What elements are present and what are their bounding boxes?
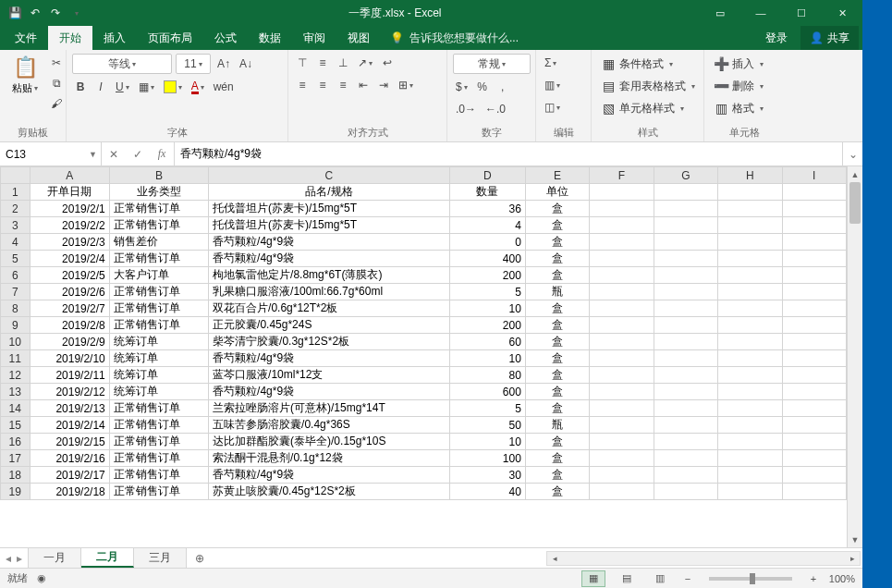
cell[interactable]: 统筹订单 bbox=[109, 367, 208, 384]
cell[interactable] bbox=[590, 284, 654, 300]
cell[interactable] bbox=[782, 284, 846, 300]
cell[interactable]: 香芍颗粒/4g*9袋 bbox=[209, 234, 450, 251]
cell[interactable]: 5 bbox=[449, 284, 525, 300]
row-header[interactable]: 3 bbox=[1, 217, 31, 234]
tab-home[interactable]: 开始 bbox=[48, 26, 92, 50]
tab-formulas[interactable]: 公式 bbox=[203, 26, 248, 50]
cell[interactable]: 2019/2/2 bbox=[30, 217, 109, 234]
decrease-font-button[interactable]: A↓ bbox=[237, 55, 255, 73]
cell[interactable]: 香芍颗粒/4g*9袋 bbox=[209, 251, 450, 267]
enter-formula-button[interactable]: ✓ bbox=[126, 148, 150, 161]
phonetic-button[interactable]: wén bbox=[211, 78, 237, 96]
cell[interactable]: 香芍颗粒/4g*9袋 bbox=[209, 467, 450, 484]
cell[interactable]: 正常销售订单 bbox=[109, 251, 208, 267]
cell[interactable] bbox=[590, 467, 654, 484]
cell[interactable]: 10 bbox=[449, 434, 525, 450]
cell[interactable]: 香芍颗粒/4g*9袋 bbox=[209, 350, 450, 367]
spreadsheet-grid[interactable]: A B C D E F G H I 1开单日期业务类型品名/规格数量单位2201… bbox=[0, 166, 847, 547]
decrease-decimal-button[interactable]: ←.0 bbox=[483, 100, 508, 118]
col-header[interactable]: I bbox=[782, 167, 846, 184]
cell[interactable] bbox=[782, 251, 846, 267]
cell[interactable] bbox=[590, 234, 654, 251]
undo-icon[interactable]: ↶ bbox=[28, 6, 43, 20]
cell[interactable]: 80 bbox=[449, 367, 525, 384]
align-left-button[interactable]: ≡ bbox=[294, 76, 311, 94]
cell[interactable] bbox=[782, 434, 846, 450]
cell[interactable]: 统筹订单 bbox=[109, 384, 208, 400]
cancel-formula-button[interactable]: ✕ bbox=[102, 148, 126, 161]
autosum-button[interactable]: Σ bbox=[542, 54, 559, 72]
cell[interactable] bbox=[654, 334, 717, 350]
align-right-button[interactable]: ≡ bbox=[335, 76, 351, 94]
sheet-tab-feb[interactable]: 二月 bbox=[81, 548, 134, 568]
cell[interactable]: 2019/2/7 bbox=[30, 300, 109, 317]
cell[interactable] bbox=[590, 334, 654, 350]
cell[interactable]: 2019/2/3 bbox=[30, 234, 109, 251]
cell[interactable]: 枸地氯雷他定片/8.8mg*6T(薄膜衣) bbox=[209, 267, 450, 284]
cell[interactable] bbox=[590, 267, 654, 284]
col-header[interactable]: A bbox=[30, 167, 109, 184]
cell[interactable]: 正常销售订单 bbox=[109, 400, 208, 417]
cell[interactable] bbox=[718, 267, 782, 284]
cell[interactable]: 200 bbox=[449, 267, 525, 284]
cell[interactable] bbox=[590, 367, 654, 384]
cell[interactable] bbox=[590, 450, 654, 467]
cell[interactable]: 正常销售订单 bbox=[109, 484, 208, 500]
cell[interactable] bbox=[782, 467, 846, 484]
cell[interactable]: 5 bbox=[449, 400, 525, 417]
col-header[interactable]: G bbox=[654, 167, 717, 184]
cell[interactable] bbox=[782, 201, 846, 217]
cell[interactable]: 正常销售订单 bbox=[109, 434, 208, 450]
cell[interactable] bbox=[782, 317, 846, 334]
cell[interactable] bbox=[782, 484, 846, 500]
row-header[interactable]: 13 bbox=[1, 384, 31, 400]
row-header[interactable]: 9 bbox=[1, 317, 31, 334]
cell[interactable]: 数量 bbox=[449, 184, 525, 201]
cell[interactable]: 正常销售订单 bbox=[109, 201, 208, 217]
cell[interactable] bbox=[590, 384, 654, 400]
align-middle-button[interactable]: ≡ bbox=[314, 54, 331, 72]
cell[interactable] bbox=[654, 350, 717, 367]
cell[interactable]: 托伐普坦片(苏麦卡)/15mg*5T bbox=[209, 201, 450, 217]
cell[interactable]: 柴芩清宁胶囊/0.3g*12S*2板 bbox=[209, 334, 450, 350]
row-header[interactable]: 12 bbox=[1, 367, 31, 384]
cell[interactable]: 正常销售订单 bbox=[109, 300, 208, 317]
horizontal-scrollbar[interactable]: ◂ ▸ bbox=[546, 551, 861, 566]
cell[interactable]: 正常销售订单 bbox=[109, 417, 208, 434]
cell[interactable]: 4 bbox=[449, 217, 525, 234]
col-header[interactable]: C bbox=[209, 167, 450, 184]
cell[interactable]: 200 bbox=[449, 317, 525, 334]
tab-view[interactable]: 视图 bbox=[336, 26, 381, 50]
cell[interactable] bbox=[654, 234, 717, 251]
row-header[interactable]: 7 bbox=[1, 284, 31, 300]
fill-button[interactable]: ▥ bbox=[542, 76, 563, 94]
ribbon-options-icon[interactable]: ▭ bbox=[700, 0, 740, 26]
tab-review[interactable]: 审阅 bbox=[292, 26, 336, 50]
cell[interactable] bbox=[718, 251, 782, 267]
scroll-right-button[interactable]: ▸ bbox=[845, 554, 860, 563]
row-header[interactable]: 11 bbox=[1, 350, 31, 367]
cell[interactable]: 瓶 bbox=[525, 284, 589, 300]
save-icon[interactable]: 💾 bbox=[7, 6, 22, 20]
cell[interactable] bbox=[654, 367, 717, 384]
cell[interactable]: 达比加群酯胶囊(泰毕全)/0.15g*10S bbox=[209, 434, 450, 450]
col-header[interactable]: H bbox=[718, 167, 782, 184]
format-painter-button[interactable]: 🖌 bbox=[48, 94, 65, 113]
zoom-slider[interactable] bbox=[709, 577, 792, 581]
align-bottom-button[interactable]: ⊥ bbox=[335, 54, 351, 72]
scroll-down-button[interactable]: ▼ bbox=[848, 532, 862, 547]
row-header[interactable]: 8 bbox=[1, 300, 31, 317]
cell[interactable]: 2019/2/4 bbox=[30, 251, 109, 267]
cell[interactable]: 盒 bbox=[525, 484, 589, 500]
format-as-table-button[interactable]: ▤套用表格格式 bbox=[597, 76, 699, 96]
font-size-select[interactable]: 11 bbox=[176, 54, 211, 74]
cell[interactable]: 盒 bbox=[525, 434, 589, 450]
cell[interactable]: 正常销售订单 bbox=[109, 450, 208, 467]
cell[interactable] bbox=[654, 217, 717, 234]
underline-button[interactable]: U bbox=[113, 78, 132, 96]
cell[interactable] bbox=[718, 184, 782, 201]
row-header[interactable]: 16 bbox=[1, 434, 31, 450]
delete-cells-button[interactable]: ➖删除 bbox=[710, 76, 767, 96]
share-button[interactable]: 👤共享 bbox=[800, 26, 859, 50]
cell[interactable] bbox=[718, 217, 782, 234]
